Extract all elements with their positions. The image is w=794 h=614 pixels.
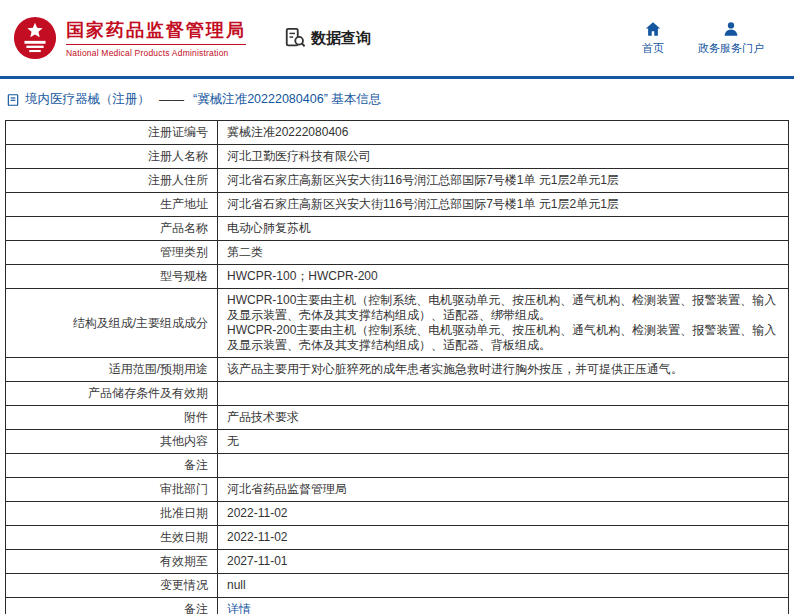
- row-label: 有效期至: [6, 550, 218, 574]
- table-row: 有效期至 2027-11-01: [6, 550, 789, 574]
- row-value: 河北省药品监督管理局: [218, 478, 789, 502]
- table-row: 生效日期 2022-11-02: [6, 526, 789, 550]
- detail-link[interactable]: 详情: [227, 602, 251, 614]
- table-row: 生产地址 河北省石家庄高新区兴安大街116号润江总部国际7号楼1单 元1层2单元…: [6, 193, 789, 217]
- row-value: HWCPR-100；HWCPR-200: [218, 265, 789, 289]
- data-query-nav[interactable]: 数据查询: [284, 27, 371, 49]
- table-row: 其他内容 无: [6, 430, 789, 454]
- row-label: 型号规格: [6, 265, 218, 289]
- table-row: 产品储存条件及有效期: [6, 382, 789, 406]
- row-value: 河北卫勤医疗科技有限公司: [218, 145, 789, 169]
- table-row: 附件 产品技术要求: [6, 406, 789, 430]
- row-value: 第二类: [218, 241, 789, 265]
- breadcrumb-separator: ——: [159, 93, 184, 107]
- row-label: 结构及组成/主要组成成分: [6, 289, 218, 358]
- row-label: 产品储存条件及有效期: [6, 382, 218, 406]
- table-row: 注册人名称 河北卫勤医疗科技有限公司: [6, 145, 789, 169]
- registration-info-table: 注册证编号 冀械注准20222080406 注册人名称 河北卫勤医疗科技有限公司…: [5, 120, 789, 614]
- page-header: 国家药品监督管理局 National Medical Products Admi…: [0, 0, 794, 79]
- table-row: 审批部门 河北省药品监督管理局: [6, 478, 789, 502]
- row-value: 河北省石家庄高新区兴安大街116号润江总部国际7号楼1单 元1层2单元1层: [218, 193, 789, 217]
- document-search-icon: [284, 27, 306, 49]
- org-name-en: National Medical Products Administration: [66, 44, 246, 58]
- breadcrumb-current: “冀械注准20222080406” 基本信息: [193, 91, 381, 108]
- home-icon: [644, 20, 662, 38]
- table-row: 管理类别 第二类: [6, 241, 789, 265]
- org-name-cn: 国家药品监督管理局: [66, 19, 246, 41]
- row-value: 该产品主要用于对心脏猝死的成年患者实施急救时进行胸外按压，并可提供正压通气。: [218, 358, 789, 382]
- document-icon: [6, 93, 20, 107]
- nav-home-label: 首页: [642, 41, 664, 56]
- nav-portal-label: 政务服务门户: [698, 41, 764, 56]
- breadcrumb-section[interactable]: 境内医疗器械（注册）: [25, 91, 150, 108]
- table-row: 备注 详情: [6, 598, 789, 614]
- row-value: null: [218, 574, 789, 598]
- row-label: 适用范围/预期用途: [6, 358, 218, 382]
- row-value: HWCPR-100主要由主机（控制系统、电机驱动单元、按压机构、通气机构、检测装…: [218, 289, 789, 358]
- row-label: 管理类别: [6, 241, 218, 265]
- table-row: 注册证编号 冀械注准20222080406: [6, 121, 789, 145]
- row-label: 其他内容: [6, 430, 218, 454]
- table-row: 备注: [6, 454, 789, 478]
- row-value: 电动心肺复苏机: [218, 217, 789, 241]
- row-label: 批准日期: [6, 502, 218, 526]
- table-row: 注册人住所 河北省石家庄高新区兴安大街116号润江总部国际7号楼1单 元1层2单…: [6, 169, 789, 193]
- row-value: 冀械注准20222080406: [218, 121, 789, 145]
- table-row: 批准日期 2022-11-02: [6, 502, 789, 526]
- nav-home[interactable]: 首页: [642, 20, 664, 56]
- nmpa-emblem-logo: [12, 15, 58, 61]
- table-row: 适用范围/预期用途 该产品主要用于对心脏猝死的成年患者实施急救时进行胸外按压，并…: [6, 358, 789, 382]
- data-query-label: 数据查询: [311, 29, 371, 48]
- row-value: 无: [218, 430, 789, 454]
- row-value: [218, 382, 789, 406]
- row-value: 2022-11-02: [218, 502, 789, 526]
- breadcrumb: 境内医疗器械（注册） —— “冀械注准20222080406” 基本信息: [0, 79, 794, 118]
- row-label: 审批部门: [6, 478, 218, 502]
- row-value: 河北省石家庄高新区兴安大街116号润江总部国际7号楼1单 元1层2单元1层: [218, 169, 789, 193]
- table-row: 型号规格 HWCPR-100；HWCPR-200: [6, 265, 789, 289]
- row-label: 备注: [6, 454, 218, 478]
- row-label: 产品名称: [6, 217, 218, 241]
- nav-portal[interactable]: 政务服务门户: [698, 20, 764, 56]
- row-value: 产品技术要求: [218, 406, 789, 430]
- row-value: [218, 454, 789, 478]
- user-icon: [722, 20, 740, 38]
- row-label: 备注: [6, 598, 218, 614]
- row-label: 注册人名称: [6, 145, 218, 169]
- row-label: 注册证编号: [6, 121, 218, 145]
- row-label: 变更情况: [6, 574, 218, 598]
- table-row: 结构及组成/主要组成成分 HWCPR-100主要由主机（控制系统、电机驱动单元、…: [6, 289, 789, 358]
- row-label: 附件: [6, 406, 218, 430]
- row-value: 2027-11-01: [218, 550, 789, 574]
- table-row: 变更情况 null: [6, 574, 789, 598]
- row-value: 详情: [218, 598, 789, 614]
- header-nav: 首页 政务服务门户: [642, 20, 782, 56]
- table-row: 产品名称 电动心肺复苏机: [6, 217, 789, 241]
- row-label: 生效日期: [6, 526, 218, 550]
- row-label: 注册人住所: [6, 169, 218, 193]
- row-value: 2022-11-02: [218, 526, 789, 550]
- row-label: 生产地址: [6, 193, 218, 217]
- org-title-block: 国家药品监督管理局 National Medical Products Admi…: [66, 19, 246, 58]
